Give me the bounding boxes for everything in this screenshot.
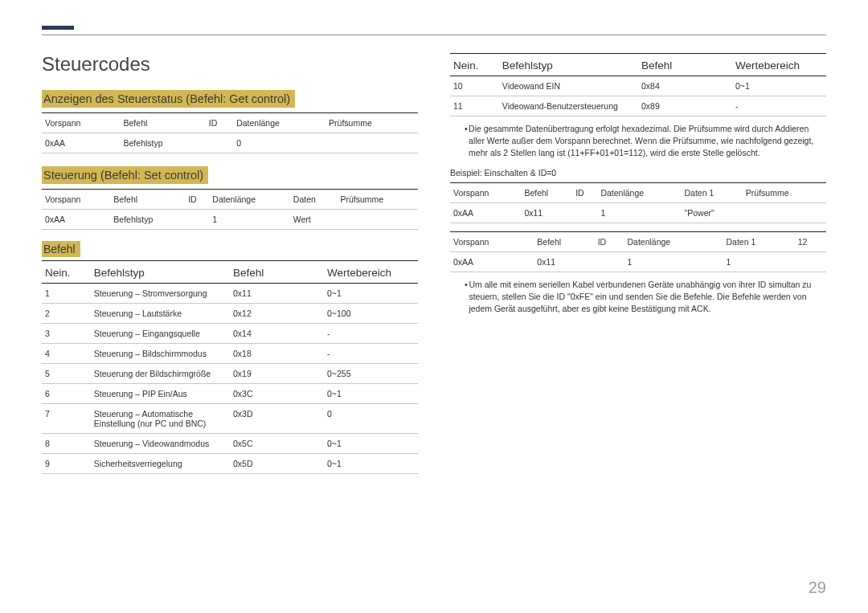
td: 0x14	[230, 324, 324, 343]
th: 12	[795, 232, 826, 251]
td: 0	[233, 133, 326, 153]
th: Datenlänge	[233, 113, 326, 133]
table-commands-right: Nein. Befehlstyp Befehl Wertebereich 10V…	[450, 53, 826, 116]
table-row: 9Sicherheitsverriegelung0x5D0~1	[42, 454, 418, 473]
th: Prüfsumme	[337, 190, 418, 209]
td: 0xAA	[450, 203, 521, 223]
td: 0~100	[324, 304, 418, 323]
top-rule	[42, 35, 826, 35]
td: 7	[42, 404, 91, 433]
table-row: 4Steuerung – Bildschirmmodus0x18-	[42, 344, 418, 363]
th: Daten	[290, 190, 338, 209]
td	[795, 252, 826, 272]
table-row: 5Steuerung der Bildschirmgröße0x190~255	[42, 364, 418, 383]
th: Befehl	[521, 183, 572, 202]
td	[185, 210, 209, 229]
td: Wert	[290, 210, 338, 229]
td: -	[732, 96, 826, 116]
page-title: Steuercodes	[42, 53, 418, 76]
table-header-row: Nein. Befehlstyp Befehl Wertebereich	[42, 261, 418, 283]
accent-bar	[42, 26, 74, 30]
td: 0xAA	[450, 252, 534, 272]
table-header-row: Vorspann Befehl ID Datenlänge Daten 1 Pr…	[450, 183, 826, 202]
td: 8	[42, 434, 91, 453]
table-row: 7Steuerung – Automatische Einstellung (n…	[42, 404, 418, 433]
table-header-row: Vorspann Befehl ID Datenlänge Daten Prüf…	[42, 190, 418, 209]
td: Steuerung – PIP Ein/Aus	[91, 384, 230, 403]
td: 0x5D	[230, 454, 324, 473]
td	[326, 133, 418, 153]
td: Steuerung – Videowandmodus	[91, 434, 230, 453]
table-row: 11Videowand-Benutzersteuerung0x89-	[450, 96, 826, 116]
note-block-2: • Um alle mit einem seriellen Kabel verb…	[465, 279, 826, 316]
table-get-control: Vorspann Befehl ID Datenlänge Prüfsumme …	[42, 112, 418, 153]
note-text: Um alle mit einem seriellen Kabel verbun…	[469, 279, 826, 316]
td: Steuerung – Automatische Einstellung (nu…	[91, 404, 230, 433]
td: 0xAA	[42, 210, 110, 229]
td: 0~1	[324, 384, 418, 403]
td: 11	[450, 96, 499, 116]
table-row: 6Steuerung – PIP Ein/Aus0x3C0~1	[42, 384, 418, 403]
left-column: Steuercodes Anzeigen des Steuerstatus (B…	[42, 53, 418, 474]
th: Wertebereich	[732, 54, 826, 76]
td: 1	[597, 203, 681, 223]
th: ID	[206, 113, 233, 133]
td: 0x11	[230, 284, 324, 303]
table-example-2: Vorspann Befehl ID Datenlänge Daten 1 12…	[450, 231, 826, 272]
td: 0x11	[521, 203, 572, 223]
td: 4	[42, 344, 91, 363]
td: 1	[624, 252, 723, 272]
table-header-row: Vorspann Befehl ID Datenlänge Prüfsumme	[42, 113, 418, 133]
table-row: 10Videowand EIN0x840~1	[450, 76, 826, 96]
td: 0x18	[230, 344, 324, 363]
th: Nein.	[42, 261, 91, 283]
th: Befehl	[110, 190, 185, 209]
page-number: 29	[809, 578, 826, 597]
td: 0x89	[638, 96, 732, 116]
td: 0x12	[230, 304, 324, 323]
th: Befehl	[230, 261, 324, 283]
td: Steuerung – Lautstärke	[91, 304, 230, 323]
table-row: 1Steuerung – Stromversorgung0x110~1	[42, 284, 418, 303]
right-column: Nein. Befehlstyp Befehl Wertebereich 10V…	[450, 53, 826, 474]
th: Befehlstyp	[91, 261, 230, 283]
td: Steuerung – Eingangsquelle	[91, 324, 230, 343]
td: 0	[324, 404, 418, 433]
example-label: Beispiel: Einschalten & ID=0	[450, 168, 826, 178]
td: 9	[42, 454, 91, 473]
th: ID	[185, 190, 209, 209]
td: 0x3D	[230, 404, 324, 433]
td: 5	[42, 364, 91, 383]
th: ID	[595, 232, 624, 251]
td: Sicherheitsverriegelung	[91, 454, 230, 473]
td: 3	[42, 324, 91, 343]
th: Vorspann	[450, 232, 534, 251]
table-row: 0xAA 0x11 1 "Power"	[450, 203, 826, 223]
td: 0~1	[324, 454, 418, 473]
th: Datenlänge	[597, 183, 681, 202]
th: Daten 1	[682, 183, 743, 202]
th: Befehl	[121, 113, 206, 133]
td: Befehlstyp	[121, 133, 206, 153]
td	[743, 203, 826, 223]
table-header-row: Vorspann Befehl ID Datenlänge Daten 1 12	[450, 232, 826, 251]
th: Befehl	[534, 232, 594, 251]
th: Vorspann	[42, 190, 110, 209]
td: 0~255	[324, 364, 418, 383]
table-row: 0xAA Befehlstyp 0	[42, 133, 418, 153]
table-row: 3Steuerung – Eingangsquelle0x14-	[42, 324, 418, 343]
th: Daten 1	[723, 232, 794, 251]
note-block-1: • Die gesammte Datenübertragung erfolgt …	[465, 123, 826, 160]
table-row: 2Steuerung – Lautstärke0x120~100	[42, 304, 418, 323]
td: 0xAA	[42, 133, 121, 153]
td: Steuerung – Stromversorgung	[91, 284, 230, 303]
td: Befehlstyp	[110, 210, 185, 229]
th: Wertebereich	[324, 261, 418, 283]
td: 2	[42, 304, 91, 323]
th: Prüfsumme	[326, 113, 418, 133]
table-row: 0xAA Befehlstyp 1 Wert	[42, 210, 418, 229]
table-row: 8Steuerung – Videowandmodus0x5C0~1	[42, 434, 418, 453]
td	[595, 252, 624, 272]
td	[572, 203, 597, 223]
td: 0x11	[534, 252, 594, 272]
